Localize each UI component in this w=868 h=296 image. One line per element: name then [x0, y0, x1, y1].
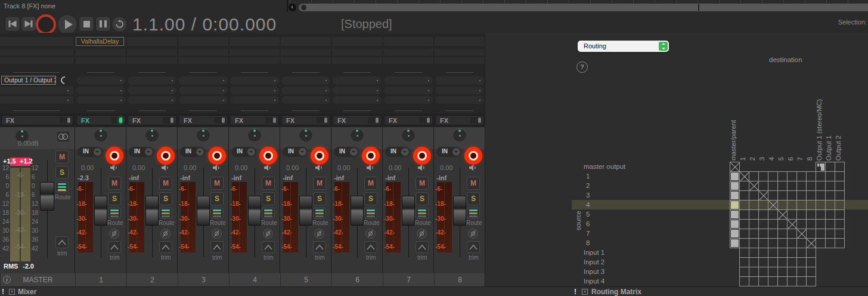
matrix-cell[interactable]	[777, 200, 788, 210]
track-mute-button[interactable]: M	[108, 177, 121, 190]
track-number-cell[interactable]: 2	[126, 273, 178, 286]
send-slot[interactable]	[76, 87, 125, 94]
matrix-cell[interactable]	[835, 238, 845, 248]
matrix-cell[interactable]	[825, 162, 835, 172]
track-fx-button[interactable]: FX	[76, 115, 125, 125]
matrix-row-header[interactable]: Input 3	[584, 267, 604, 276]
fx-insert-slot[interactable]	[332, 49, 382, 56]
track-fx-button[interactable]: FX	[230, 115, 279, 125]
fx-insert-slot[interactable]	[383, 49, 433, 56]
matrix-cell[interactable]	[787, 171, 797, 181]
fx-bypass-toggle[interactable]	[419, 117, 431, 124]
matrix-cell[interactable]	[806, 276, 816, 286]
help-button[interactable]: ?	[576, 61, 588, 73]
track-trim-button[interactable]	[159, 241, 172, 253]
chevron-down-icon[interactable]	[452, 148, 460, 156]
matrix-cell[interactable]	[825, 181, 835, 191]
matrix-cell[interactable]	[739, 200, 749, 210]
input-select[interactable]: IN	[385, 147, 410, 157]
matrix-cell[interactable]	[768, 248, 778, 258]
matrix-cell[interactable]	[768, 276, 778, 286]
matrix-cell[interactable]	[777, 190, 788, 201]
track-pan-knob[interactable]	[299, 128, 312, 141]
record-arm-button[interactable]	[208, 147, 226, 165]
matrix-cell[interactable]	[749, 200, 759, 210]
matrix-cell[interactable]	[758, 257, 768, 267]
track-solo-button[interactable]: S	[108, 192, 121, 205]
matrix-cell[interactable]	[730, 200, 740, 210]
matrix-cell[interactable]	[806, 200, 816, 210]
send-slot[interactable]	[333, 76, 382, 85]
track-volume-fader[interactable]	[94, 196, 107, 226]
matrix-cell[interactable]	[777, 229, 788, 239]
matrix-cell[interactable]	[816, 229, 826, 239]
matrix-cell[interactable]	[777, 267, 788, 277]
fx-insert-slot[interactable]	[281, 57, 331, 64]
matrix-cell[interactable]	[787, 229, 797, 239]
track-number-cell[interactable]: 3	[178, 273, 229, 286]
matrix-cell[interactable]	[796, 248, 807, 258]
matrix-row-header[interactable]: 7	[586, 229, 590, 238]
matrix-cell[interactable]	[787, 219, 797, 229]
track-solo-button[interactable]: S	[313, 192, 326, 205]
matrix-cell[interactable]	[777, 171, 788, 181]
track-trim-button[interactable]	[262, 241, 275, 253]
monitor-speaker-icon[interactable]	[110, 164, 118, 172]
monitor-speaker-icon[interactable]	[417, 164, 426, 172]
track-volume-value[interactable]: 0.00	[286, 164, 299, 171]
matrix-cell[interactable]	[806, 267, 816, 277]
track-solo-button[interactable]: S	[467, 192, 480, 205]
matrix-cell[interactable]	[806, 181, 816, 191]
master-track-label[interactable]: i MASTER	[0, 273, 75, 286]
chevron-down-icon[interactable]	[196, 148, 204, 156]
matrix-cell[interactable]	[758, 171, 768, 181]
fx-insert-slot[interactable]	[127, 49, 177, 56]
input-select[interactable]: IN	[436, 147, 461, 157]
matrix-row-header[interactable]: 8	[586, 238, 590, 248]
matrix-column-header[interactable]: 2	[749, 157, 756, 161]
matrix-column-header[interactable]: 6	[787, 157, 794, 161]
record-arm-button[interactable]	[413, 147, 431, 165]
matrix-cell[interactable]	[768, 209, 778, 220]
docker-close-icon[interactable]: ×	[582, 289, 588, 295]
input-select[interactable]: IN	[283, 147, 308, 157]
time-display[interactable]: 1.1.00 / 0:00.000	[132, 14, 277, 35]
send-slot[interactable]	[333, 87, 382, 94]
matrix-cell[interactable]	[730, 238, 740, 248]
matrix-cell[interactable]	[739, 257, 749, 267]
matrix-cell[interactable]	[739, 267, 749, 277]
record-arm-button[interactable]	[157, 147, 175, 165]
track-solo-button[interactable]: S	[159, 192, 172, 205]
matrix-cell[interactable]	[768, 181, 778, 191]
matrix-cell[interactable]	[816, 238, 826, 248]
chevron-down-icon[interactable]	[299, 148, 306, 156]
matrix-cell[interactable]	[796, 229, 807, 239]
matrix-cell[interactable]	[796, 267, 807, 277]
matrix-cell[interactable]	[835, 171, 845, 181]
master-volume-fader[interactable]	[40, 182, 54, 211]
matrix-column-header[interactable]: 4	[768, 157, 775, 161]
track-fx-button[interactable]: FX	[128, 115, 176, 125]
fx-bypass-toggle[interactable]	[368, 117, 380, 124]
tab-routing-matrix[interactable]: Routing Matrix	[591, 288, 641, 296]
matrix-row-header[interactable]: 4	[586, 200, 590, 209]
matrix-cell[interactable]	[758, 229, 768, 239]
master-volume-value[interactable]: 0.00dB	[18, 140, 39, 147]
matrix-row-header[interactable]: Input 1	[584, 248, 604, 257]
track-route-button[interactable]	[467, 208, 480, 218]
fx-insert-slot[interactable]	[230, 57, 280, 64]
track-fx-button[interactable]: FX	[179, 115, 228, 125]
matrix-cell[interactable]	[758, 209, 768, 220]
track-pan-knob[interactable]	[94, 128, 107, 141]
matrix-cell[interactable]	[816, 181, 826, 191]
matrix-cell[interactable]	[835, 229, 845, 239]
tab-mixer[interactable]: Mixer	[18, 288, 36, 296]
matrix-cell[interactable]	[739, 219, 749, 229]
matrix-cell[interactable]	[758, 219, 768, 229]
send-slot[interactable]	[179, 96, 228, 104]
matrix-cell[interactable]	[816, 162, 826, 172]
record-button[interactable]	[36, 14, 56, 35]
scrollbar-handle[interactable]	[301, 5, 306, 10]
matrix-cell[interactable]	[796, 276, 807, 286]
matrix-cell[interactable]	[758, 190, 768, 201]
